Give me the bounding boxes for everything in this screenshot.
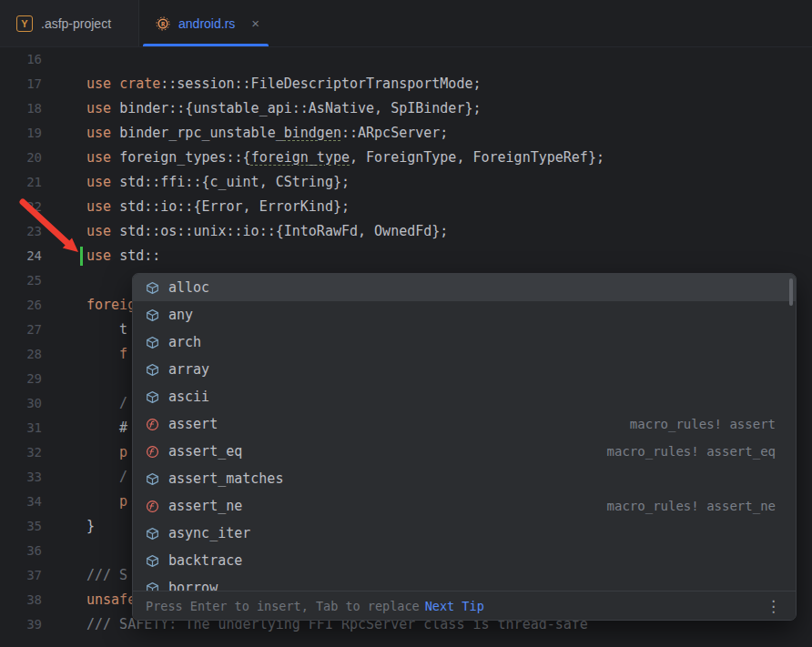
module-icon [145, 308, 159, 322]
code-text: / [86, 465, 127, 490]
completion-item[interactable]: backtrace [133, 547, 796, 574]
completion-footer: Press Enter to insert, Tab to replace Ne… [133, 591, 796, 620]
completion-type-hint: macro_rules! assert_ne [607, 499, 776, 513]
completion-item[interactable]: alloc [133, 274, 796, 301]
line-number: 26 [0, 293, 42, 318]
completion-item[interactable]: assertmacro_rules! assert [133, 410, 796, 438]
code-text: use std::ffi::{c_uint, CString}; [86, 170, 350, 195]
module-icon [145, 280, 159, 295]
code-line[interactable]: 23use std::os::unix::io::{IntoRawFd, Own… [0, 219, 812, 244]
module-icon [145, 335, 159, 349]
completion-item[interactable]: assert_matches [133, 465, 796, 492]
completion-label: assert_matches [168, 470, 283, 487]
completion-label: array [168, 361, 209, 378]
completion-label: async_iter [168, 525, 250, 541]
macro-icon [145, 444, 159, 459]
rust-file-icon: R [156, 16, 170, 31]
completion-label: alloc [168, 279, 209, 296]
completion-list: allocanyarcharrayasciiassertmacro_rules!… [133, 274, 796, 591]
code-text: p [86, 490, 127, 514]
line-number: 18 [0, 96, 42, 121]
completion-item[interactable]: borrow [133, 574, 796, 591]
completion-label: backtrace [168, 552, 242, 569]
code-line[interactable]: 20use foreign_types::{foreign_type, Fore… [0, 146, 812, 170]
line-number: 29 [0, 367, 42, 391]
module-icon [145, 389, 159, 404]
line-number: 17 [0, 72, 42, 96]
completion-item[interactable]: ascii [133, 383, 796, 410]
line-number: 31 [0, 416, 42, 440]
module-icon [145, 471, 159, 486]
completion-item[interactable]: async_iter [133, 520, 796, 547]
editor-tab-bar: Y .asfp-project R android.rs × [0, 0, 812, 47]
completion-label: arch [168, 334, 201, 350]
code-line[interactable]: 16 [0, 47, 812, 72]
code-text: / [86, 391, 127, 416]
line-number: 39 [0, 612, 42, 637]
next-tip-link[interactable]: Next Tip [425, 599, 484, 613]
tab-label: .asfp-project [41, 16, 111, 31]
code-line[interactable]: 21use std::ffi::{c_uint, CString}; [0, 170, 812, 195]
completion-item[interactable]: assert_eqmacro_rules! assert_eq [133, 438, 796, 465]
line-number: 22 [0, 195, 42, 219]
line-number: 20 [0, 146, 42, 170]
close-tab-icon[interactable]: × [249, 15, 261, 31]
code-line[interactable]: 22use std::io::{Error, ErrorKind}; [0, 195, 812, 219]
completion-label: assert [168, 416, 218, 432]
line-number: 21 [0, 170, 42, 195]
code-text: p [86, 440, 127, 465]
completion-item[interactable]: array [133, 356, 796, 383]
completion-item[interactable]: any [133, 301, 796, 329]
completion-item[interactable]: assert_nemacro_rules! assert_ne [133, 492, 796, 520]
completion-label: ascii [168, 389, 209, 405]
module-icon [145, 553, 159, 568]
code-text: use crate::session::FileDescriptorTransp… [86, 72, 481, 96]
code-text: use std::io::{Error, ErrorKind}; [86, 195, 350, 219]
code-line[interactable]: 19use binder_rpc_unstable_bindgen::ARpcS… [0, 121, 812, 146]
module-icon [145, 362, 159, 377]
line-number: 27 [0, 318, 42, 342]
line-number: 32 [0, 440, 42, 465]
module-icon [145, 526, 159, 541]
line-number: 30 [0, 391, 42, 416]
code-text: # [86, 416, 127, 440]
code-text: use std::os::unix::io::{IntoRawFd, Owned… [86, 219, 448, 244]
line-number: 28 [0, 342, 42, 367]
completion-item[interactable]: arch [133, 329, 796, 356]
code-line[interactable]: 24use std:: [0, 244, 812, 268]
code-editor[interactable]: 1617use crate::session::FileDescriptorTr… [0, 47, 812, 647]
footer-hint: Press Enter to insert, Tab to replace [146, 599, 420, 613]
completion-label: any [168, 307, 193, 323]
yaml-file-icon: Y [16, 15, 33, 32]
text-caret [80, 247, 83, 266]
completion-type-hint: macro_rules! assert_eq [607, 444, 776, 459]
code-line[interactable]: 17use crate::session::FileDescriptorTran… [0, 72, 812, 96]
completion-popup: allocanyarcharrayasciiassertmacro_rules!… [132, 273, 797, 621]
code-text: t [86, 318, 127, 342]
tab-android-rs[interactable]: R android.rs × [139, 0, 272, 46]
line-number: 25 [0, 268, 42, 293]
line-number: 35 [0, 514, 42, 539]
line-number: 23 [0, 219, 42, 244]
completion-label: assert_eq [168, 443, 242, 460]
code-line[interactable]: 18use binder::{unstable_api::AsNative, S… [0, 96, 812, 121]
macro-icon [145, 417, 159, 431]
code-text: use std:: [86, 244, 160, 268]
more-options-icon[interactable]: ⋮ [762, 597, 785, 615]
ide-window: Y .asfp-project R android.rs × 1617use c… [0, 0, 812, 647]
tab-asfp-project[interactable]: Y .asfp-project [0, 0, 139, 46]
code-text: /// S [86, 563, 127, 588]
line-number: 16 [0, 47, 42, 72]
line-number: 37 [0, 563, 42, 588]
line-number: 24 [0, 244, 42, 268]
completion-label: assert_ne [168, 498, 242, 514]
code-text: } [86, 514, 95, 539]
code-text: unsafe [86, 588, 136, 612]
code-text: use binder::{unstable_api::AsNative, SpI… [86, 96, 481, 121]
line-number: 33 [0, 465, 42, 490]
macro-icon [145, 499, 159, 513]
popup-scrollbar[interactable] [789, 278, 793, 306]
completion-type-hint: macro_rules! assert [630, 417, 776, 431]
code-text: use binder_rpc_unstable_bindgen::ARpcSer… [86, 121, 448, 146]
line-number: 34 [0, 490, 42, 514]
